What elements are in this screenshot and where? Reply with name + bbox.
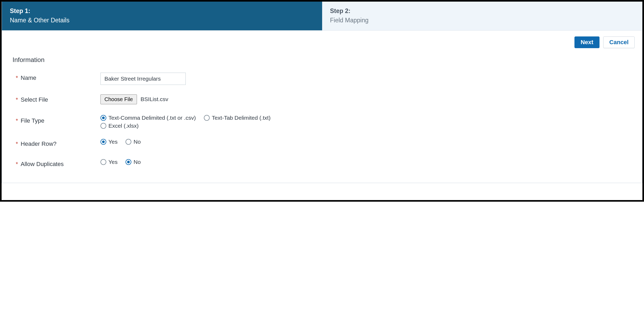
- label-allow-duplicates: * Allow Duplicates: [13, 159, 100, 169]
- select-file-label-text: Select File: [21, 96, 48, 103]
- radio-icon: [125, 159, 131, 165]
- label-name: * Name: [13, 73, 100, 83]
- step-2-title: Field Mapping: [330, 16, 634, 24]
- radio-icon: [100, 159, 106, 165]
- row-allow-duplicates: * Allow Duplicates Yes No: [13, 159, 631, 169]
- radio-icon: [125, 139, 131, 145]
- step-tab-1[interactable]: Step 1: Name & Other Details: [2, 2, 322, 30]
- cancel-button[interactable]: Cancel: [603, 36, 635, 48]
- header-row-yes-label: Yes: [108, 139, 118, 145]
- file-type-csv-label: Text-Comma Delimited (.txt or .csv): [108, 115, 196, 121]
- header-row-label-text: Header Row?: [21, 140, 57, 147]
- allow-duplicates-radio-group: Yes No: [100, 159, 631, 165]
- wizard-frame: Step 1: Name & Other Details Step 2: Fie…: [0, 0, 644, 202]
- radio-icon: [204, 115, 210, 121]
- allow-duplicates-yes-label: Yes: [108, 159, 118, 165]
- required-marker: *: [16, 96, 18, 103]
- choose-file-button[interactable]: Choose File: [100, 94, 137, 104]
- action-bar: Next Cancel: [2, 31, 642, 51]
- required-marker: *: [16, 74, 18, 81]
- file-type-radio-group: Text-Comma Delimited (.txt or .csv) Text…: [100, 115, 308, 129]
- row-file-type: * File Type Text-Comma Delimited (.txt o…: [13, 115, 631, 129]
- row-name: * Name: [13, 73, 631, 85]
- allow-duplicates-no-label: No: [133, 159, 141, 165]
- step-tab-2[interactable]: Step 2: Field Mapping: [322, 2, 642, 30]
- file-type-label-text: File Type: [21, 117, 44, 124]
- header-row-no-label: No: [133, 139, 141, 145]
- radio-icon: [100, 139, 106, 145]
- file-type-tab-label: Text-Tab Delimited (.txt): [212, 115, 271, 121]
- required-marker: *: [16, 117, 18, 124]
- radio-icon: [100, 123, 106, 129]
- step-1-title: Name & Other Details: [10, 16, 314, 24]
- name-input[interactable]: [100, 73, 186, 85]
- file-type-option-csv[interactable]: Text-Comma Delimited (.txt or .csv): [100, 115, 196, 121]
- label-select-file: * Select File: [13, 94, 100, 105]
- label-file-type: * File Type: [13, 115, 100, 125]
- allow-duplicates-label-text: Allow Duplicates: [21, 161, 64, 168]
- header-row-option-no[interactable]: No: [125, 139, 141, 145]
- row-select-file: * Select File Choose File BSIList.csv: [13, 94, 631, 105]
- name-label-text: Name: [21, 74, 37, 81]
- required-marker: *: [16, 161, 18, 168]
- file-type-option-xlsx[interactable]: Excel (.xlsx): [100, 123, 308, 129]
- section-title: Information: [13, 56, 631, 64]
- allow-duplicates-option-no[interactable]: No: [125, 159, 141, 165]
- radio-icon: [100, 115, 106, 121]
- step-1-number: Step 1:: [10, 7, 314, 15]
- next-button[interactable]: Next: [574, 36, 600, 48]
- wizard-inner: Step 1: Name & Other Details Step 2: Fie…: [2, 2, 642, 183]
- step-2-number: Step 2:: [330, 7, 634, 15]
- file-type-xlsx-label: Excel (.xlsx): [108, 123, 139, 129]
- required-marker: *: [16, 140, 18, 147]
- selected-filename: BSIList.csv: [141, 96, 168, 102]
- row-header-row: * Header Row? Yes No: [13, 139, 631, 149]
- label-header-row: * Header Row?: [13, 139, 100, 149]
- file-type-option-tab[interactable]: Text-Tab Delimited (.txt): [204, 115, 271, 121]
- form-area: Information * Name * Select File Choose: [2, 51, 642, 183]
- header-row-radio-group: Yes No: [100, 139, 631, 145]
- header-row-option-yes[interactable]: Yes: [100, 139, 118, 145]
- allow-duplicates-option-yes[interactable]: Yes: [100, 159, 118, 165]
- step-tabs: Step 1: Name & Other Details Step 2: Fie…: [2, 2, 642, 31]
